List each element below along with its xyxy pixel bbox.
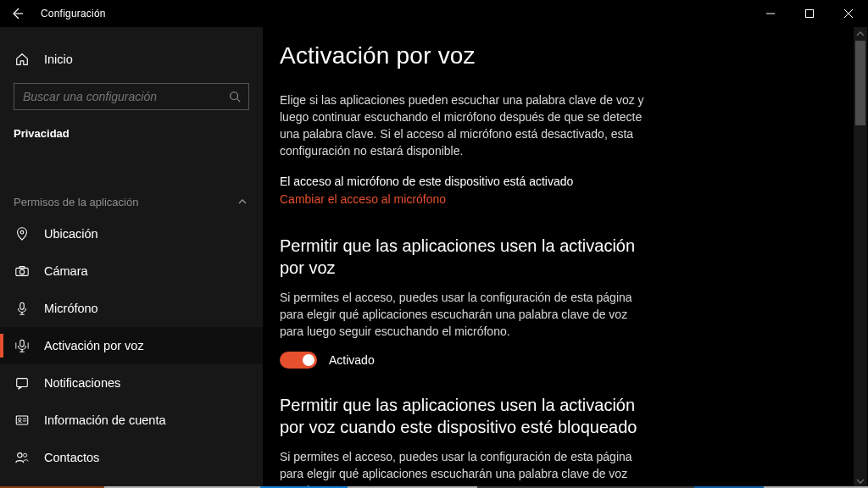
sidebar-item-label: Ubicación	[44, 227, 98, 241]
mic-status-text: El acceso al micrófono de este dispositi…	[280, 175, 868, 188]
voice-activation-icon	[14, 337, 31, 354]
maximize-icon	[805, 9, 814, 18]
sidebar-item-info-cuenta[interactable]: Información de cuenta	[0, 402, 263, 439]
toggle-state-label: Activado	[329, 353, 375, 367]
account-info-icon	[14, 412, 31, 429]
chevron-up-icon	[856, 30, 865, 38]
minimize-icon	[766, 9, 775, 18]
minimize-button[interactable]	[751, 0, 790, 27]
section-desc: Si permites el acceso, puedes usar la co…	[280, 289, 644, 340]
microphone-icon	[14, 300, 31, 317]
window-controls	[751, 0, 868, 27]
svg-rect-8	[17, 379, 28, 387]
sidebar-item-label: Información de cuenta	[44, 413, 165, 427]
svg-point-1	[231, 92, 238, 100]
arrow-left-icon	[10, 7, 24, 20]
close-icon	[844, 9, 853, 18]
scroll-thumb[interactable]	[855, 41, 865, 125]
sidebar-subsection-label: Permisos de la aplicación	[14, 196, 138, 208]
search-input[interactable]	[23, 90, 228, 103]
sidebar-subsection[interactable]: Permisos de la aplicación	[0, 187, 263, 215]
camera-icon	[14, 263, 31, 280]
section-desc: Si permites el acceso, puedes usar la co…	[280, 448, 644, 488]
location-icon	[14, 225, 31, 242]
chevron-down-icon	[856, 477, 865, 485]
content-scroll[interactable]: Activación por voz Elige si las aplicaci…	[263, 27, 868, 488]
svg-rect-0	[806, 10, 814, 18]
svg-rect-9	[16, 416, 28, 424]
close-button[interactable]	[829, 0, 868, 27]
toggle-knob	[303, 354, 314, 366]
sidebar-item-activacion-voz[interactable]: Activación por voz	[0, 327, 263, 364]
sidebar-nav: Ubicación Cámara Micrófono	[0, 215, 263, 476]
search-icon	[228, 90, 242, 103]
allow-voice-activation-toggle[interactable]	[280, 352, 317, 369]
maximize-button[interactable]	[790, 0, 829, 27]
sidebar-item-camara[interactable]: Cámara	[0, 252, 263, 290]
sidebar-item-microfono[interactable]: Micrófono	[0, 290, 263, 327]
svg-rect-6	[20, 302, 25, 309]
home-nav[interactable]: Inicio	[0, 44, 263, 78]
section-heading: Permitir que las aplicaciones usen la ac…	[280, 235, 653, 279]
sidebar-item-ubicacion[interactable]: Ubicación	[0, 215, 263, 252]
change-mic-access-link[interactable]: Cambiar el acceso al micrófono	[280, 192, 446, 206]
window-title: Configuración	[41, 8, 106, 19]
sidebar: Inicio Privacidad Permisos de la aplicac…	[0, 27, 263, 488]
sidebar-item-label: Activación por voz	[44, 339, 144, 352]
settings-window: Configuración Inicio	[0, 0, 868, 488]
svg-point-12	[24, 453, 27, 457]
svg-rect-5	[19, 267, 24, 269]
sidebar-item-notificaciones[interactable]: Notificaciones	[0, 364, 263, 402]
sidebar-item-label: Contactos	[44, 451, 99, 464]
home-icon	[14, 51, 31, 68]
home-label: Inicio	[44, 53, 73, 66]
chevron-up-icon	[237, 197, 249, 208]
section-allow-voice-activation-locked: Permitir que las aplicaciones usen la ac…	[280, 394, 868, 488]
section-allow-voice-activation: Permitir que las aplicaciones usen la ac…	[280, 235, 868, 369]
sidebar-item-contactos[interactable]: Contactos	[0, 439, 263, 476]
scroll-up-button[interactable]	[854, 27, 867, 41]
svg-point-11	[18, 453, 22, 458]
sidebar-item-label: Cámara	[44, 264, 88, 278]
intro-text: Elige si las aplicaciones pueden escucha…	[280, 92, 644, 159]
content-area: Activación por voz Elige si las aplicaci…	[263, 27, 868, 488]
sidebar-item-label: Micrófono	[44, 302, 98, 315]
page-title: Activación por voz	[280, 42, 868, 69]
notifications-icon	[14, 374, 31, 391]
contacts-icon	[14, 449, 31, 466]
search-box[interactable]	[14, 83, 249, 110]
vertical-scrollbar[interactable]	[854, 27, 867, 488]
svg-point-10	[19, 418, 21, 420]
sidebar-item-label: Notificaciones	[44, 376, 120, 390]
svg-point-4	[19, 269, 24, 274]
svg-point-2	[20, 230, 24, 234]
titlebar: Configuración	[0, 0, 868, 27]
svg-rect-7	[20, 340, 25, 347]
sidebar-section-label: Privacidad	[0, 122, 263, 150]
back-button[interactable]	[8, 5, 25, 22]
section-heading: Permitir que las aplicaciones usen la ac…	[280, 394, 653, 438]
